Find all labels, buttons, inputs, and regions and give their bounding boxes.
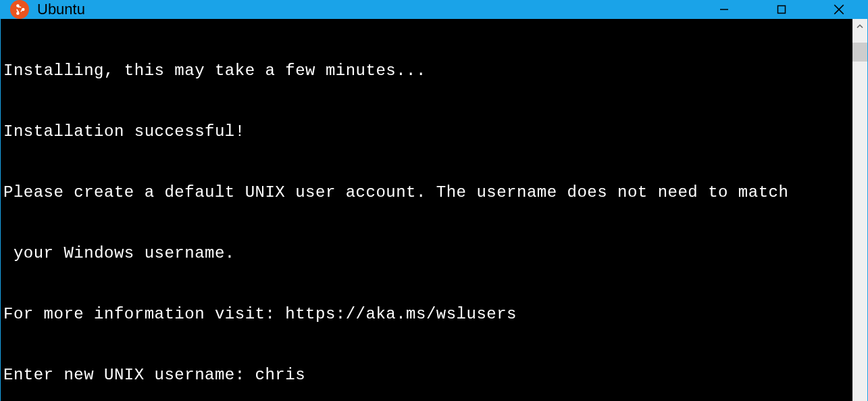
svg-rect-4: [777, 6, 785, 14]
close-icon: [833, 3, 845, 16]
scroll-up-button[interactable]: [852, 19, 867, 34]
terminal-line: Installing, this may take a few minutes.…: [3, 61, 850, 81]
vertical-scrollbar[interactable]: [852, 19, 867, 401]
scroll-thumb[interactable]: [852, 43, 867, 62]
close-button[interactable]: [810, 0, 867, 19]
chevron-up-icon: [856, 22, 864, 30]
maximize-button[interactable]: [752, 0, 810, 19]
titlebar[interactable]: Ubuntu: [1, 0, 867, 19]
terminal-line: Please create a default UNIX user accoun…: [3, 183, 850, 203]
terminal-line: your Windows username.: [3, 243, 850, 264]
svg-point-2: [16, 11, 20, 15]
scroll-track[interactable]: [852, 34, 867, 401]
window-title: Ubuntu: [37, 1, 85, 18]
content-area: Installing, this may take a few minutes.…: [1, 19, 867, 401]
maximize-icon: [776, 4, 787, 15]
minimize-button[interactable]: [695, 0, 752, 19]
username-prompt: Enter new UNIX username:: [3, 366, 255, 384]
app-window: Ubuntu Installing, this may: [0, 0, 868, 401]
terminal-output[interactable]: Installing, this may take a few minutes.…: [1, 19, 852, 401]
terminal-line: Installation successful!: [3, 122, 850, 142]
window-controls: [695, 0, 867, 19]
minimize-icon: [719, 4, 730, 15]
terminal-line: For more information visit: https://aka.…: [3, 304, 850, 325]
username-prompt-line: Enter new UNIX username: chris: [3, 365, 850, 385]
username-input[interactable]: chris: [255, 366, 306, 384]
ubuntu-logo-icon: [10, 0, 29, 19]
